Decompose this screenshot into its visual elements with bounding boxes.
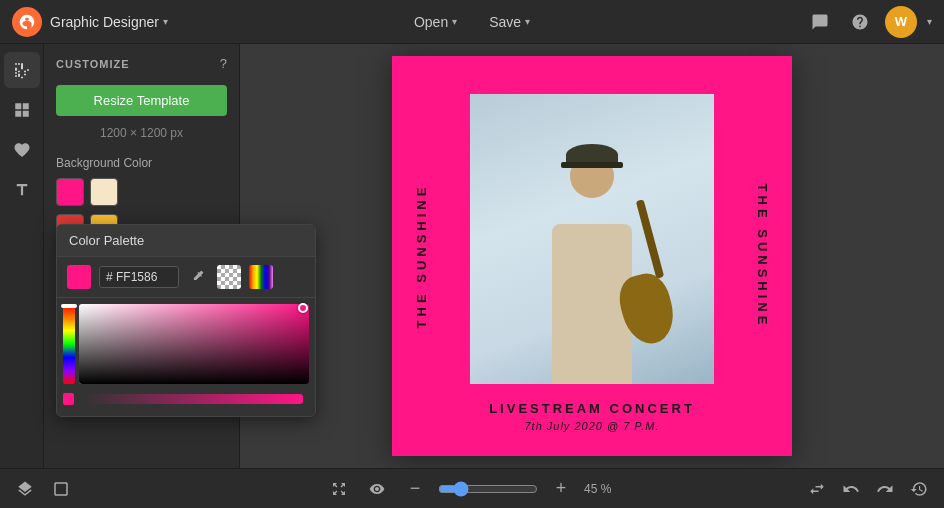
canvas-text-left: THE SUNSHINE xyxy=(414,184,429,329)
opacity-color-preview xyxy=(63,393,74,405)
message-button[interactable] xyxy=(805,7,835,37)
grid-btn[interactable] xyxy=(4,92,40,128)
concert-date: 7th July 2020 @ 7 P.M. xyxy=(392,420,792,432)
topbar-right: W ▾ xyxy=(805,6,932,38)
zoom-out-button[interactable]: − xyxy=(400,474,430,504)
resize-template-button[interactable]: Resize Template xyxy=(56,85,227,116)
canvas-bottom-text: LIVESTREAM CONCERT 7th July 2020 @ 7 P.M… xyxy=(392,401,792,432)
preview-button[interactable] xyxy=(362,474,392,504)
canvas-photo xyxy=(470,94,714,384)
left-panel: CUSTOMIZE ? Resize Template 1200 × 1200 … xyxy=(44,44,240,468)
topbar-nav: Open ▾ Save ▾ xyxy=(400,8,544,36)
undo-button[interactable] xyxy=(836,474,866,504)
hex-input[interactable] xyxy=(99,266,179,288)
main-area: CUSTOMIZE ? Resize Template 1200 × 1200 … xyxy=(0,44,944,468)
concert-title: LIVESTREAM CONCERT xyxy=(392,401,792,416)
color-input-row xyxy=(57,257,315,298)
opacity-row xyxy=(57,390,315,416)
panel-help-icon[interactable]: ? xyxy=(220,56,227,71)
zoom-controls: − + 45 % xyxy=(324,474,620,504)
title-chevron: ▾ xyxy=(163,16,168,27)
hue-thumb xyxy=(61,304,77,308)
panel-title: CUSTOMIZE xyxy=(56,58,130,70)
heart-btn[interactable] xyxy=(4,132,40,168)
saturation-thumb xyxy=(298,303,308,313)
palette-title: Color Palette xyxy=(57,225,315,257)
bottom-right-buttons xyxy=(802,474,934,504)
save-button[interactable]: Save ▾ xyxy=(475,8,544,36)
app-title: Graphic Designer ▾ xyxy=(50,14,168,30)
text-btn[interactable] xyxy=(4,172,40,208)
canvas-dimensions: 1200 × 1200 px xyxy=(56,126,227,140)
history-button[interactable] xyxy=(904,474,934,504)
saturation-overlay xyxy=(79,304,309,384)
layers-button[interactable] xyxy=(10,474,40,504)
open-button[interactable]: Open ▾ xyxy=(400,8,471,36)
bg-color-label: Background Color xyxy=(56,156,227,170)
frames-button[interactable] xyxy=(46,474,76,504)
design-canvas[interactable]: THE SUNSHINE THE SUNSHINE LIVESTREAM CON… xyxy=(392,56,792,456)
zoom-slider[interactable] xyxy=(438,481,538,497)
save-chevron: ▾ xyxy=(525,16,530,27)
app-logo xyxy=(12,7,42,37)
panel-header: CUSTOMIZE ? xyxy=(56,56,227,71)
bottom-toolbar: − + 45 % xyxy=(0,468,944,508)
canvas-area: THE SUNSHINE THE SUNSHINE LIVESTREAM CON… xyxy=(240,44,944,468)
gradient-option[interactable] xyxy=(249,265,273,289)
icon-sidebar xyxy=(0,44,44,468)
color-picker xyxy=(57,298,315,390)
hue-bar[interactable] xyxy=(63,304,75,384)
swatch-light[interactable] xyxy=(90,178,118,206)
user-avatar[interactable]: W xyxy=(885,6,917,38)
saturation-box[interactable] xyxy=(79,304,309,384)
transparent-option[interactable] xyxy=(217,265,241,289)
swatch-pink[interactable] xyxy=(56,178,84,206)
color-palette-popup: Color Palette xyxy=(56,224,316,417)
topbar: Graphic Designer ▾ Open ▾ Save ▾ W ▾ xyxy=(0,0,944,44)
redo-button[interactable] xyxy=(870,474,900,504)
user-chevron: ▾ xyxy=(927,16,932,27)
filters-btn[interactable] xyxy=(4,52,40,88)
help-button[interactable] xyxy=(845,7,875,37)
swap-button[interactable] xyxy=(802,474,832,504)
color-swatches xyxy=(56,178,227,206)
zoom-in-button[interactable]: + xyxy=(546,474,576,504)
fit-screen-button[interactable] xyxy=(324,474,354,504)
active-color-swatch[interactable] xyxy=(67,265,91,289)
opacity-bar[interactable] xyxy=(84,394,303,404)
eyedropper-btn[interactable] xyxy=(187,267,209,288)
canvas-text-right: THE SUNSHINE xyxy=(755,184,770,329)
open-chevron: ▾ xyxy=(452,16,457,27)
zoom-level: 45 % xyxy=(584,482,620,496)
